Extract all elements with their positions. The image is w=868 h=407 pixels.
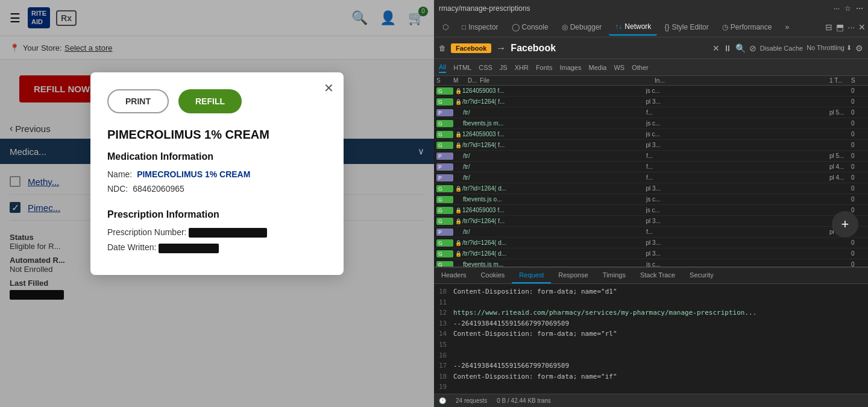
modal-drug-name: PIMECROLIMUS 1% CREAM bbox=[107, 128, 327, 142]
filter-icon[interactable]: ⊘ bbox=[749, 43, 756, 53]
devtools-dock-icon[interactable]: ⬒ bbox=[836, 22, 844, 32]
request-row[interactable]: P /tr/ f... pl 5... 0 bbox=[434, 227, 868, 238]
trash-icon[interactable]: 🗑 bbox=[439, 44, 446, 52]
request-row[interactable]: G 🔒 1264059003 f... js c... 0 bbox=[434, 205, 868, 216]
req-file: /tr/?id=1264( d... bbox=[462, 185, 646, 192]
tab-cookies[interactable]: Cookies bbox=[474, 268, 512, 283]
req-file: 1264059003 f... bbox=[462, 207, 646, 213]
req-initiator: js c... bbox=[646, 131, 830, 137]
detail-text: --264193844155915667997069509 bbox=[453, 320, 569, 327]
search-network-icon[interactable]: 🔍 bbox=[735, 43, 746, 53]
col-header-initiator[interactable]: In... bbox=[655, 77, 829, 84]
req-initiator: pl 3... bbox=[646, 98, 830, 105]
throttle-select[interactable]: No Throttling ⬇ bbox=[807, 44, 852, 52]
request-row[interactable]: P /tr/ f... pl 4... 0 bbox=[434, 162, 868, 172]
detail-line-10: 10Content-Disposition: form-data; name="… bbox=[439, 286, 863, 297]
tab-inspector[interactable]: □ Inspector bbox=[456, 19, 505, 35]
detail-tabs: Headers Cookies Request Response Timings… bbox=[434, 268, 868, 284]
req-size: 0 bbox=[851, 174, 866, 181]
filter-fonts[interactable]: Fonts bbox=[536, 63, 553, 72]
filter-other[interactable]: Other bbox=[632, 63, 649, 72]
req-initiator: pl 3... bbox=[646, 218, 830, 224]
left-panel: ☰ RITE AID Rx 🔍 👤 🛒 0 📍 Your Store: Sele… bbox=[0, 0, 434, 407]
rx-number-row: Prescription Number: bbox=[107, 227, 327, 238]
pause-icon[interactable]: ⏸ bbox=[723, 43, 732, 53]
detail-line-18: 18Content-Disposition: form-data; name="… bbox=[439, 371, 863, 382]
tab-inspector-picker[interactable]: ⬡ bbox=[436, 19, 454, 35]
badge-g: G bbox=[436, 261, 453, 267]
request-detail-content: 10Content-Disposition: form-data; name="… bbox=[434, 284, 868, 394]
request-row[interactable]: G 🔒 /tr/?id=1264( f... pl 3... 0 bbox=[434, 140, 868, 151]
request-row[interactable]: G 🔒 /tr/?id=1264( d... pl 3... 0 bbox=[434, 248, 868, 259]
tab-debugger[interactable]: ◎ Debugger bbox=[556, 19, 608, 35]
tab-security[interactable]: Security bbox=[682, 268, 721, 283]
lock-icon: 🔒 bbox=[455, 99, 462, 105]
filter-html[interactable]: HTML bbox=[453, 63, 471, 72]
devtools-resize-icon[interactable]: ⊟ bbox=[825, 22, 832, 32]
lock-icon: 🔒 bbox=[455, 88, 462, 94]
detail-line-14: 14Content-Disposition: form-data; name="… bbox=[439, 329, 863, 339]
req-size: 0 bbox=[851, 109, 866, 116]
detail-text: https://www.riteaid.com/pharmacy/service… bbox=[453, 309, 756, 317]
filter-js[interactable]: JS bbox=[500, 63, 508, 72]
request-row[interactable]: G 🔒 1264059003 f... js c... 0 bbox=[434, 129, 868, 140]
refill-button-modal[interactable]: REFILL bbox=[178, 89, 242, 113]
request-row[interactable]: P /tr/ f... pl 4... 0 bbox=[434, 172, 868, 183]
name-value[interactable]: PIMECROLIMUS 1% CREAM bbox=[137, 169, 250, 179]
tab-style-editor[interactable]: {} Style Editor bbox=[658, 19, 714, 35]
lock-icon: 🔒 bbox=[455, 207, 462, 213]
tab-console[interactable]: ◯ Console bbox=[506, 19, 555, 35]
request-row[interactable]: G fbevents.js o... js c... 0 bbox=[434, 194, 868, 205]
req-initiator: f... bbox=[646, 229, 829, 235]
req-type: pl 5... bbox=[829, 109, 851, 116]
badge-g: G bbox=[436, 131, 453, 138]
detail-text: Content-Disposition: form-data; name="rl… bbox=[453, 330, 617, 338]
req-size: 0 bbox=[851, 239, 866, 246]
request-row[interactable]: G fbevents.js m... js c... 0 bbox=[434, 259, 868, 267]
tab-stack-trace[interactable]: Stack Trace bbox=[633, 268, 682, 283]
filter-ws[interactable]: WS bbox=[614, 63, 624, 72]
req-initiator: f... bbox=[646, 109, 829, 116]
col-header-size[interactable]: S bbox=[851, 77, 866, 84]
more-icon[interactable]: ⋯ bbox=[856, 4, 863, 13]
modal-action-buttons: PRINT REFILL bbox=[107, 89, 327, 113]
filter-xhr[interactable]: XHR bbox=[515, 63, 529, 72]
tab-more[interactable]: » bbox=[779, 19, 795, 35]
more-dots[interactable]: ··· bbox=[834, 4, 840, 13]
filter-css[interactable]: CSS bbox=[479, 63, 492, 72]
filter-images[interactable]: Images bbox=[559, 63, 581, 72]
request-row[interactable]: G 🔒 /tr/?id=1264( d... pl 3... 0 bbox=[434, 183, 868, 194]
disable-cache-label[interactable]: Disable Cache bbox=[760, 45, 804, 52]
req-file: /tr/ bbox=[463, 174, 646, 181]
filter-media[interactable]: Media bbox=[588, 63, 606, 72]
col-header-file[interactable]: File bbox=[480, 77, 655, 84]
tab-headers[interactable]: Headers bbox=[434, 268, 474, 283]
settings-icon[interactable]: ⚙ bbox=[855, 43, 863, 53]
col-header-type[interactable]: 1 T... bbox=[829, 77, 851, 84]
print-button[interactable]: PRINT bbox=[107, 89, 169, 113]
debugger-label: Debugger bbox=[570, 23, 602, 31]
request-row[interactable]: G 🔒 1264059003 f... js c... 0 bbox=[434, 86, 868, 96]
tab-response[interactable]: Response bbox=[551, 268, 596, 283]
request-row[interactable]: G fbevents.js m... js c... 0 bbox=[434, 118, 868, 129]
tab-timings[interactable]: Timings bbox=[596, 268, 633, 283]
bookmark-icon[interactable]: ☆ bbox=[844, 4, 851, 13]
tab-request[interactable]: Request bbox=[512, 268, 551, 283]
debugger-icon: ◎ bbox=[562, 23, 568, 31]
devtools-close-icon[interactable]: ✕ bbox=[858, 22, 866, 32]
request-row[interactable]: G 🔒 /tr/?id=1264( d... pl 3... 0 bbox=[434, 238, 868, 248]
request-row[interactable]: G 🔒 /tr/?id=1264( f... pl 3... 0 bbox=[434, 96, 868, 107]
req-initiator: js c... bbox=[646, 261, 829, 267]
modal-close-button[interactable]: ✕ bbox=[324, 81, 334, 95]
filter-all[interactable]: All bbox=[439, 62, 446, 73]
arrow-icon: → bbox=[496, 43, 506, 54]
badge-g: G bbox=[436, 98, 453, 106]
request-row[interactable]: P /tr/ f... pl 5... 0 bbox=[434, 107, 868, 118]
request-row[interactable]: P /tr/ f... pl 5... 0 bbox=[434, 151, 868, 162]
tab-performance[interactable]: ◷ Performance bbox=[716, 19, 778, 35]
devtools-more-icon[interactable]: ··· bbox=[848, 22, 855, 32]
close-filter-icon[interactable]: ✕ bbox=[712, 43, 720, 53]
tab-network[interactable]: ↑↓ Network bbox=[609, 19, 657, 36]
more-tabs-icon: » bbox=[785, 23, 789, 31]
request-row[interactable]: G 🔒 /tr/?id=1264( f... pl 3... 0 bbox=[434, 216, 868, 227]
